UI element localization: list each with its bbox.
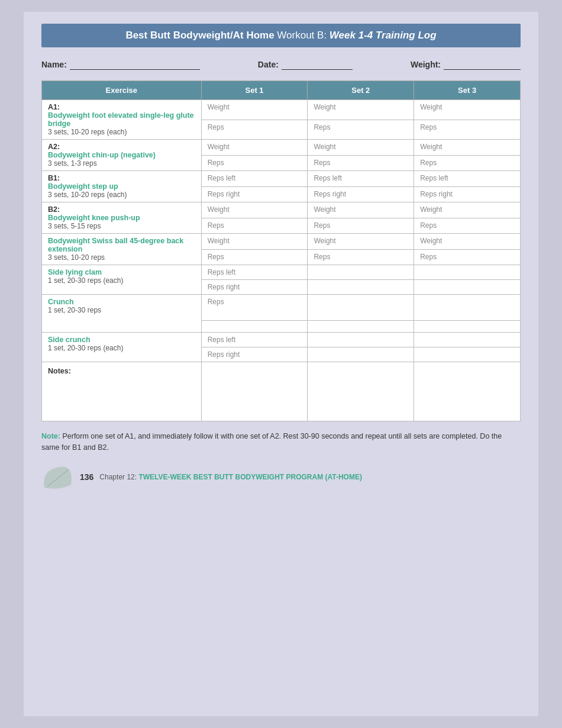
notes-s1 [201, 362, 308, 421]
a1-s2-bot: Reps [308, 120, 414, 140]
b2-s2-bot: Reps [308, 218, 414, 234]
col-set3: Set 3 [414, 81, 521, 100]
a2-s1-top: Weight [201, 140, 308, 156]
table-row: A1: Bodyweight foot elevated single-leg … [42, 100, 521, 120]
exercise-crunch: Crunch 1 set, 20-30 reps [42, 295, 202, 333]
title-italic: Week 1-4 Training Log [330, 30, 437, 41]
exercise-clam: Side lying clam 1 set, 20-30 reps (each) [42, 265, 202, 295]
a2-s3-top: Weight [414, 140, 521, 156]
table-header-row: Exercise Set 1 Set 2 Set 3 [42, 81, 521, 100]
weight-input[interactable] [444, 59, 521, 70]
table-row: Side lying clam 1 set, 20-30 reps (each)… [42, 265, 521, 280]
title-light: Workout B: [274, 30, 330, 41]
weight-field: Weight: [411, 59, 521, 70]
footer: 136 Chapter 12: TWELVE-WEEK BEST BUTT BO… [41, 464, 521, 491]
exercise-a1: A1: Bodyweight foot elevated single-leg … [42, 100, 202, 140]
clam-s3-bot [414, 280, 521, 295]
title-bold: Best Butt Bodyweight/At Home [125, 30, 274, 41]
name-input[interactable] [70, 59, 200, 70]
side-crunch-s3-bot [414, 347, 521, 362]
note-section: Note: Perform one set of A1, and immedia… [41, 431, 521, 453]
crunch-s2-top [308, 295, 414, 321]
a1-s1-bot: Reps [201, 120, 308, 140]
side-crunch-s2-top [308, 333, 414, 347]
crunch-s3-top [414, 295, 521, 321]
side-crunch-s3-top [414, 333, 521, 347]
a1-s3-top: Weight [414, 100, 521, 120]
chapter-title: TWELVE-WEEK BEST BUTT BODYWEIGHT PROGRAM… [138, 473, 362, 481]
b2-s1-bot: Reps [201, 218, 308, 234]
chapter-prefix: Chapter 12: [99, 473, 138, 481]
name-label: Name: [41, 60, 67, 69]
table-row: Side crunch 1 set, 20-30 reps (each) Rep… [42, 333, 521, 347]
swiss-s1-top: Weight [201, 234, 308, 250]
a2-s2-top: Weight [308, 140, 414, 156]
a2-s3-bot: Reps [414, 155, 521, 171]
name-field: Name: [41, 59, 200, 70]
date-input[interactable] [282, 59, 353, 70]
b2-s3-top: Weight [414, 202, 521, 218]
b2-s2-top: Weight [308, 202, 414, 218]
title-bar: Best Butt Bodyweight/At Home Workout B: … [41, 24, 521, 47]
a1-s1-top: Weight [201, 100, 308, 120]
leaf-decoration [41, 464, 74, 491]
exercise-swiss: Bodyweight Swiss ball 45-degree back ext… [42, 234, 202, 265]
table-row: B1: Bodyweight step up 3 sets, 10-20 rep… [42, 171, 521, 187]
crunch-s3-bot [414, 321, 521, 333]
a1-s3-bot: Reps [414, 120, 521, 140]
form-row: Name: Date: Weight: [41, 59, 521, 70]
b1-s1-top: Reps left [201, 171, 308, 187]
b2-s3-bot: Reps [414, 218, 521, 234]
clam-s1-bot: Reps right [201, 280, 308, 295]
clam-s2-bot [308, 280, 414, 295]
page: Best Butt Bodyweight/At Home Workout B: … [24, 12, 538, 716]
table-row: Bodyweight Swiss ball 45-degree back ext… [42, 234, 521, 250]
crunch-s2-bot [308, 321, 414, 333]
swiss-s2-top: Weight [308, 234, 414, 250]
exercise-b2: B2: Bodyweight knee push-up 3 sets, 5-15… [42, 202, 202, 234]
b1-s2-top: Reps left [308, 171, 414, 187]
chapter-text: Chapter 12: TWELVE-WEEK BEST BUTT BODYWE… [99, 473, 362, 481]
notes-cell: Notes: [42, 362, 202, 421]
date-label: Date: [258, 60, 279, 69]
b1-s3-bot: Reps right [414, 186, 521, 202]
col-set2: Set 2 [308, 81, 414, 100]
notes-s3 [414, 362, 521, 421]
a2-s1-bot: Reps [201, 155, 308, 171]
date-field: Date: [258, 59, 353, 70]
table-row: A2: Bodyweight chin-up (negative) 3 sets… [42, 140, 521, 156]
clam-s1-top: Reps left [201, 265, 308, 280]
crunch-s1-bot [201, 321, 308, 333]
exercise-a2: A2: Bodyweight chin-up (negative) 3 sets… [42, 140, 202, 171]
crunch-s1-top: Reps [201, 295, 308, 321]
swiss-s1-bot: Reps [201, 249, 308, 265]
table-row: Notes: [42, 362, 521, 421]
side-crunch-s1-top: Reps left [201, 333, 308, 347]
col-exercise: Exercise [42, 81, 202, 100]
exercise-side-crunch: Side crunch 1 set, 20-30 reps (each) [42, 333, 202, 362]
a2-s2-bot: Reps [308, 155, 414, 171]
exercise-b1: B1: Bodyweight step up 3 sets, 10-20 rep… [42, 171, 202, 202]
table-row: B2: Bodyweight knee push-up 3 sets, 5-15… [42, 202, 521, 218]
clam-s2-top [308, 265, 414, 280]
table-row: Crunch 1 set, 20-30 reps Reps [42, 295, 521, 321]
workout-table: Exercise Set 1 Set 2 Set 3 A1: Bodyweigh… [41, 80, 521, 421]
swiss-s3-bot: Reps [414, 249, 521, 265]
notes-s2 [308, 362, 414, 421]
note-text: Perform one set of A1, and immediately f… [41, 432, 502, 452]
note-label: Note: [41, 432, 60, 440]
b1-s1-bot: Reps right [201, 186, 308, 202]
a1-s2-top: Weight [308, 100, 414, 120]
b1-s2-bot: Reps right [308, 186, 414, 202]
b1-s3-top: Reps left [414, 171, 521, 187]
swiss-s2-bot: Reps [308, 249, 414, 265]
b2-s1-top: Weight [201, 202, 308, 218]
swiss-s3-top: Weight [414, 234, 521, 250]
col-set1: Set 1 [201, 81, 308, 100]
side-crunch-s1-bot: Reps right [201, 347, 308, 362]
side-crunch-s2-bot [308, 347, 414, 362]
weight-label: Weight: [411, 60, 441, 69]
clam-s3-top [414, 265, 521, 280]
page-number: 136 [80, 472, 93, 482]
